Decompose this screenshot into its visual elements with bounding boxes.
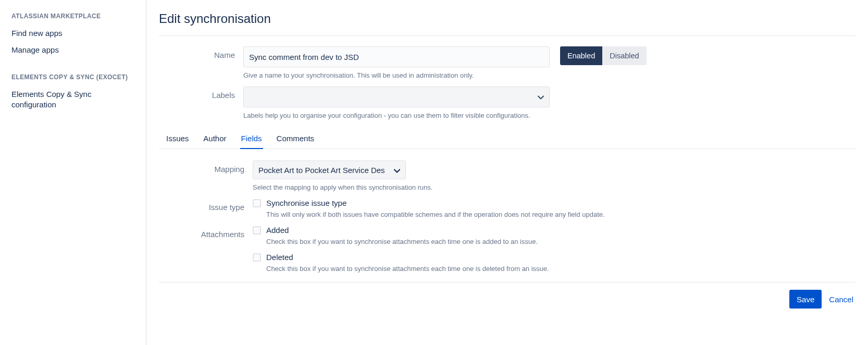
tab-fields[interactable]: Fields: [240, 131, 263, 149]
issuetype-help-text: This will only work if both issues have …: [266, 211, 855, 218]
sidebar-section-exocet: ELEMENTS COPY & SYNC (EXOCET) Elements C…: [11, 73, 135, 114]
form-row-name: Name Enabled Disabled Give a name to you…: [159, 46, 855, 79]
cancel-link[interactable]: Cancel: [829, 295, 853, 304]
status-toggle: Enabled Disabled: [560, 46, 647, 65]
form-row-issuetype: Issue type Synchronise issue type This w…: [159, 199, 855, 218]
save-button[interactable]: Save: [789, 290, 822, 309]
checkbox-sync-issuetype[interactable]: [253, 199, 261, 207]
form-row-attachments: Attachments Added Check this box if you …: [159, 226, 855, 273]
form-row-mapping: Mapping Pocket Art to Pocket Art Service…: [159, 161, 855, 191]
sidebar-item-find-new-apps[interactable]: Find new apps: [11, 25, 135, 42]
field-labels: Labels help you to organise your configu…: [243, 87, 855, 119]
chevron-down-icon: [394, 166, 400, 175]
labels-help-text: Labels help you to organise your configu…: [243, 112, 550, 119]
sidebar-item-copy-sync-config[interactable]: Elements Copy & Sync configuration: [11, 86, 135, 114]
tab-issues[interactable]: Issues: [165, 131, 190, 149]
sidebar-section-marketplace: ATLASSIAN MARKETPLACE Find new apps Mana…: [11, 13, 135, 59]
checkbox-label-added: Added: [266, 226, 289, 235]
field-mapping: Pocket Art to Pocket Art Service Des Sel…: [253, 161, 855, 191]
name-help-text: Give a name to your synchronisation. Thi…: [243, 71, 550, 79]
checkbox-attachments-added[interactable]: [253, 226, 261, 235]
label-labels: Labels: [159, 87, 243, 119]
main-content: Edit synchronisation Name Enabled Disabl…: [146, 0, 868, 345]
page-title: Edit synchronisation: [159, 11, 855, 36]
mapping-select-text: Pocket Art to Pocket Art Service Des: [258, 166, 385, 175]
label-name: Name: [159, 46, 243, 59]
mapping-select[interactable]: Pocket Art to Pocket Art Service Des: [253, 161, 406, 179]
chevron-down-icon: [538, 93, 544, 101]
name-input[interactable]: [243, 46, 550, 67]
form-row-labels: Labels Labels help you to organise your …: [159, 87, 855, 119]
toggle-enabled[interactable]: Enabled: [560, 46, 602, 65]
sidebar-header-exocet: ELEMENTS COPY & SYNC (EXOCET): [11, 73, 135, 81]
tab-comments[interactable]: Comments: [276, 131, 316, 149]
footer-bar: Save Cancel: [159, 282, 855, 309]
field-attachments: Added Check this box if you want to sync…: [253, 226, 855, 273]
checkbox-attachments-deleted[interactable]: [253, 253, 261, 262]
label-mapping: Mapping: [159, 161, 253, 191]
field-issuetype: Synchronise issue type This will only wo…: [253, 199, 855, 218]
labels-select[interactable]: [243, 87, 550, 107]
checkbox-label-deleted: Deleted: [266, 253, 293, 262]
attachments-added-help: Check this box if you want to synchronis…: [266, 238, 855, 245]
sidebar: ATLASSIAN MARKETPLACE Find new apps Mana…: [0, 0, 146, 345]
tab-author[interactable]: Author: [202, 131, 227, 149]
checkbox-row-deleted: Deleted: [253, 253, 855, 262]
label-issuetype: Issue type: [159, 199, 253, 218]
label-attachments: Attachments: [159, 226, 253, 273]
checkbox-label-sync-issuetype: Synchronise issue type: [266, 199, 346, 207]
mapping-help-text: Select the mapping to apply when this sy…: [253, 183, 855, 191]
sidebar-item-manage-apps[interactable]: Manage apps: [11, 42, 135, 58]
checkbox-row-sync-issuetype: Synchronise issue type: [253, 199, 855, 207]
attachments-deleted-help: Check this box if you want to synchronis…: [266, 265, 855, 273]
tab-content-fields: Mapping Pocket Art to Pocket Art Service…: [159, 149, 855, 273]
sidebar-header-marketplace: ATLASSIAN MARKETPLACE: [11, 13, 135, 20]
tab-bar: Issues Author Fields Comments: [159, 131, 855, 149]
toggle-disabled[interactable]: Disabled: [602, 46, 646, 65]
field-name: Enabled Disabled Give a name to your syn…: [243, 46, 855, 79]
checkbox-row-added: Added: [253, 226, 855, 235]
